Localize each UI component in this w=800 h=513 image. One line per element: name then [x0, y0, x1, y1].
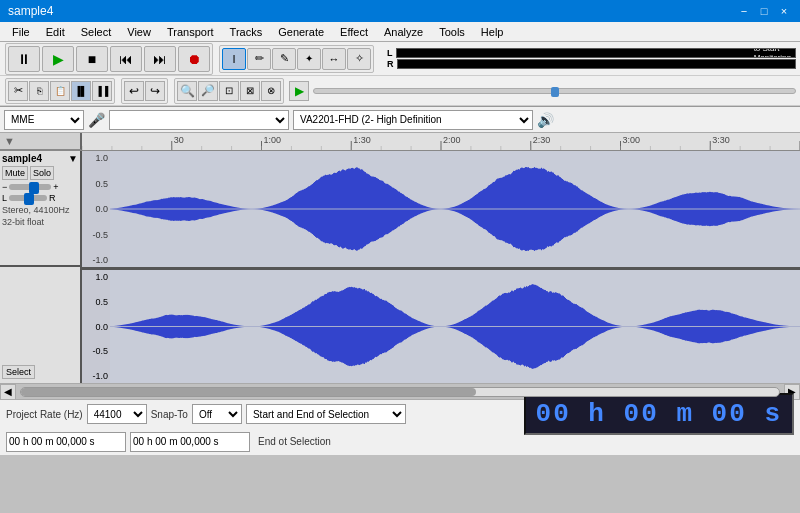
bottom-bar: Project Rate (Hz) 44100 Snap-To Off Star…: [0, 399, 800, 455]
input-device-select[interactable]: [109, 110, 289, 130]
gain-plus-icon[interactable]: +: [53, 182, 58, 192]
waveform-bottom[interactable]: 1.0 0.5 0.0 -0.5 -1.0: [82, 270, 800, 383]
pan-slider[interactable]: [9, 195, 47, 201]
paste-button[interactable]: 📋: [50, 81, 70, 101]
y-label-1: 1.0: [82, 153, 110, 163]
copy-button[interactable]: ⎘: [29, 81, 49, 101]
silence-button[interactable]: ▐▐: [92, 81, 112, 101]
meter-r-label: R: [387, 59, 394, 69]
y-label-b05: 0.5: [82, 297, 110, 307]
trim-button[interactable]: ▐▌: [71, 81, 91, 101]
track-collapse[interactable]: ▼: [68, 153, 78, 164]
zoom-fit-button[interactable]: ⊡: [219, 81, 239, 101]
select-button[interactable]: Select: [2, 365, 35, 379]
track-area: sample4 ▼ Mute Solo − + L R: [0, 151, 800, 383]
play-rate-button[interactable]: ▶: [289, 81, 309, 101]
snap-to-label: Snap-To: [151, 409, 188, 420]
redo-button[interactable]: ↪: [145, 81, 165, 101]
zoom-sel-button[interactable]: ⊠: [240, 81, 260, 101]
scroll-left-button[interactable]: ◀: [0, 384, 16, 400]
mic-icon: 🎤: [88, 112, 105, 128]
selection-tool[interactable]: I: [222, 48, 246, 70]
maximize-button[interactable]: □: [756, 3, 772, 19]
playback-rate-slider[interactable]: [313, 88, 796, 94]
r-meter[interactable]: [397, 59, 797, 69]
menu-select[interactable]: Select: [73, 24, 120, 40]
y-label-b1: 1.0: [82, 272, 110, 282]
gain-slider[interactable]: [9, 184, 51, 190]
play-button[interactable]: ▶: [42, 46, 74, 72]
l-meter[interactable]: -54 -48 -42 Click to Start Monitoring -1…: [396, 48, 797, 58]
record-button[interactable]: ⏺: [178, 46, 210, 72]
selection-end-input[interactable]: [130, 432, 250, 452]
track-name[interactable]: sample4: [2, 153, 42, 164]
menu-file[interactable]: File: [4, 24, 38, 40]
output-icon: 🔊: [537, 112, 554, 128]
click-to-monitor-label: Click to Start Monitoring: [754, 48, 791, 58]
playback-rate-area: ▶: [289, 81, 796, 101]
track-controls-top: sample4 ▼ Mute Solo − + L R: [0, 151, 80, 267]
pause-button[interactable]: ⏸: [8, 46, 40, 72]
zoom-in-button[interactable]: 🔍: [177, 81, 197, 101]
y-label-m05: -0.5: [82, 230, 110, 240]
menu-help[interactable]: Help: [473, 24, 512, 40]
meter-area: L -54 -48 -42 Click to Start Monitoring …: [387, 48, 796, 69]
meter-l-label: L: [387, 48, 393, 58]
zoom-out-button[interactable]: 🔎: [198, 81, 218, 101]
bottom-row-1: Project Rate (Hz) 44100 Snap-To Off Star…: [0, 400, 800, 428]
zoom-tog-button[interactable]: ⊗: [261, 81, 281, 101]
transport-controls: ⏸ ▶ ■ ⏮ ⏭ ⏺: [5, 43, 213, 75]
stop-button[interactable]: ■: [76, 46, 108, 72]
timeline-ruler: ▼: [0, 133, 800, 151]
project-rate-select[interactable]: 44100: [87, 404, 147, 424]
waveform-bottom-canvas[interactable]: [110, 270, 800, 383]
output-device-select[interactable]: VA2201-FHD (2- High Definition: [293, 110, 533, 130]
zoom-tool[interactable]: ✦: [297, 48, 321, 70]
scrollbar-track[interactable]: [20, 387, 780, 397]
menu-effect[interactable]: Effect: [332, 24, 376, 40]
waveform-top[interactable]: 1.0 0.5 0.0 -0.5 -1.0: [82, 151, 800, 267]
track-controls-bottom: Select: [0, 267, 80, 383]
cut-button[interactable]: ✂: [8, 81, 28, 101]
multi-tool[interactable]: ✧: [347, 48, 371, 70]
pan-l-label: L: [2, 193, 7, 203]
time-value: 00 h 00 m 00 s: [536, 399, 782, 429]
menu-analyze[interactable]: Analyze: [376, 24, 431, 40]
menu-generate[interactable]: Generate: [270, 24, 332, 40]
gain-minus-icon[interactable]: −: [2, 182, 7, 192]
close-button[interactable]: ×: [776, 3, 792, 19]
edit-section: ✂ ⎘ 📋 ▐▌ ▐▐: [5, 78, 115, 104]
draw-tool[interactable]: ✎: [272, 48, 296, 70]
menu-tracks[interactable]: Tracks: [222, 24, 271, 40]
host-select[interactable]: MME: [4, 110, 84, 130]
menu-tools[interactable]: Tools: [431, 24, 473, 40]
titlebar-title: sample4: [8, 4, 53, 18]
titlebar-controls: − □ ×: [736, 3, 792, 19]
waveform-top-canvas[interactable]: [110, 151, 800, 267]
skip-back-button[interactable]: ⏮: [110, 46, 142, 72]
snap-to-select[interactable]: Off: [192, 404, 242, 424]
ruler-arrow[interactable]: ▼: [0, 135, 15, 147]
solo-button[interactable]: Solo: [30, 166, 54, 180]
timeshift-tool[interactable]: ↔: [322, 48, 346, 70]
envelope-tool[interactable]: ✏: [247, 48, 271, 70]
bottom-row-2: End ot Selection: [0, 428, 800, 455]
menubar: File Edit Select View Transport Tracks G…: [0, 22, 800, 42]
skip-end-button[interactable]: ⏭: [144, 46, 176, 72]
undo-button[interactable]: ↩: [124, 81, 144, 101]
selection-start-input[interactable]: [6, 432, 126, 452]
minimize-button[interactable]: −: [736, 3, 752, 19]
end-of-selection-label: End ot Selection: [258, 436, 331, 447]
menu-view[interactable]: View: [119, 24, 159, 40]
y-label-b0: 0.0: [82, 322, 110, 332]
waveform-area: 1.0 0.5 0.0 -0.5 -1.0 1.0 0.5 0.0 -0.5 -…: [82, 151, 800, 383]
tools-section: I ✏ ✎ ✦ ↔ ✧: [219, 45, 374, 73]
menu-transport[interactable]: Transport: [159, 24, 222, 40]
selection-type-select[interactable]: Start and End of Selection: [246, 404, 406, 424]
ruler-pad: ▼: [0, 133, 82, 150]
menu-edit[interactable]: Edit: [38, 24, 73, 40]
mute-button[interactable]: Mute: [2, 166, 28, 180]
track-panel: sample4 ▼ Mute Solo − + L R: [0, 151, 82, 383]
undo-section: ↩ ↪: [121, 78, 168, 104]
scrollbar-thumb[interactable]: [21, 388, 476, 396]
